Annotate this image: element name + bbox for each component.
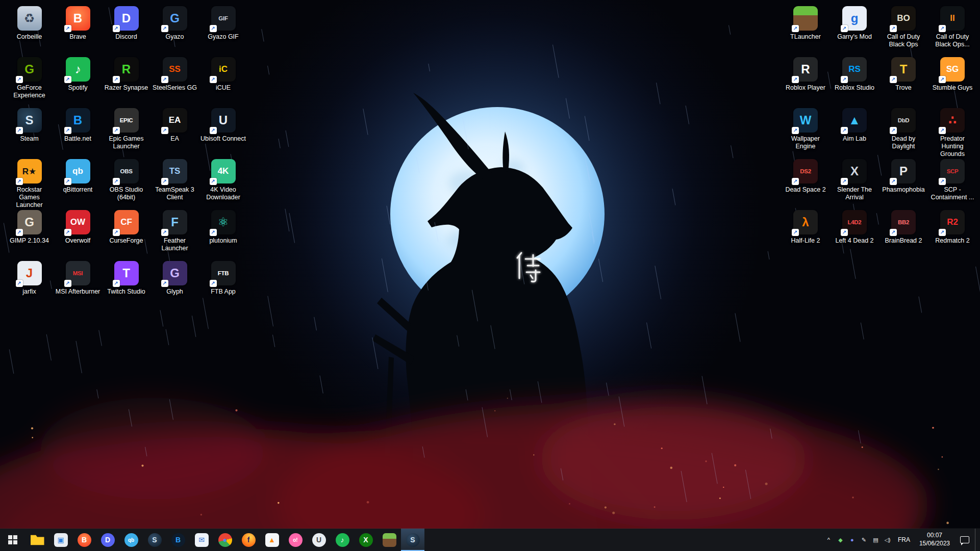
desktop-icon-epic-games-launcher[interactable]: EPIC Epic Games Launcher [102,106,150,157]
taskbar-qbittorrent[interactable]: qb [119,529,143,551]
desktop-icon-roblox-player[interactable]: R Roblox Player [781,55,830,106]
desktop-icon-qbittorrent[interactable]: qb qBittorrent [54,157,102,208]
app-icon-glyph: CF [120,217,132,227]
app-icon-glyph: OW [70,217,85,227]
app-icon-glyph: EA [169,115,181,125]
desktop-icon-4k-video-downloader[interactable]: 4K 4K Video Downloader [199,157,247,208]
desktop-icon-ubisoft-connect[interactable]: U Ubisoft Connect [199,106,247,157]
desktop-icon-plutonium[interactable]: ⚛ plutonium [199,208,247,259]
desktop-icon-slender-the-arrival[interactable]: X Slender The Arrival [830,157,879,208]
app-icon: R2 [940,210,965,234]
desktop-icon-msi-afterburner[interactable]: MSI MSI Afterburner [54,259,102,310]
desktop-icon-phasmophobia[interactable]: P Phasmophobia [879,157,928,208]
taskbar-photos[interactable]: ▣ [49,529,72,551]
desktop-icon-jarfix[interactable]: J jarfix [5,259,54,310]
tray-app-blue[interactable]: ● [846,529,858,551]
app-icon: ⚛ [211,210,236,234]
desktop-icon-trove[interactable]: T Trove [879,55,928,106]
language-indicator[interactable]: FRA [893,529,915,551]
notification-icon [960,536,969,543]
desktop-icon-stumble-guys[interactable]: SG Stumble Guys [928,55,977,106]
taskbar-mail[interactable]: ✉ [190,529,213,551]
desktop-icon-glyph[interactable]: G Glyph [150,259,199,310]
taskbar-steam[interactable]: S [143,529,166,551]
desktop-icon-battle-net[interactable]: B Battle.net [54,106,102,157]
icon-label: MSI Afterburner [56,288,100,296]
desktop-icon-cod-black-ops-2[interactable]: II Call of Duty Black Ops... [928,4,977,55]
taskbar-xbox[interactable]: X [354,529,378,551]
app-icon: F [163,210,187,234]
desktop-icon-recycle-bin[interactable]: ♻ Corbeille [5,4,54,55]
taskbar-app-icon: S [406,533,420,547]
clock[interactable]: 00:07 15/06/2023 [915,532,954,547]
desktop-icon-scp-containment[interactable]: SCP SCP - Containment ... [928,157,977,208]
taskbar-minecraft[interactable] [378,529,401,551]
desktop-icon-wallpaper-engine[interactable]: W Wallpaper Engine [781,106,830,157]
desktop-icon-rockstar-games-launcher[interactable]: R★ Rockstar Games Launcher [5,157,54,208]
app-icon-glyph: SG [946,64,959,74]
app-icon: OBS [114,159,139,183]
taskbar-osu[interactable]: o! [284,529,307,551]
desktop-icon-icue[interactable]: iC iCUE [199,55,247,106]
taskbar-app-glyph: B [82,536,87,544]
taskbar-file-explorer[interactable] [26,529,49,551]
desktop-icon-steam[interactable]: S Steam [5,106,54,157]
desktop-icon-twitch-studio[interactable]: T Twitch Studio [102,259,150,310]
desktop-icon-brainbread-2[interactable]: BB2 BrainBread 2 [879,208,928,259]
app-icon-glyph: F [171,215,179,229]
tray-app-green[interactable]: ◆ [835,529,846,551]
desktop-icon-roblox-studio[interactable]: RS Roblox Studio [830,55,879,106]
start-button[interactable] [0,529,26,551]
desktop-icon-feather-launcher[interactable]: F Feather Launcher [150,208,199,259]
desktop-icon-gyazo-gif[interactable]: GIF Gyazo GIF [199,4,247,55]
desktop-icon-cod-black-ops[interactable]: BO Call of Duty Black Ops [879,4,928,55]
desktop-icon-discord[interactable]: D Discord [102,4,150,55]
desktop-icon-gimp[interactable]: G GIMP 2.10.34 [5,208,54,259]
taskbar-discord[interactable]: D [96,529,119,551]
desktop-icon-predator-hunting-grounds[interactable]: ∴ Predator Hunting Grounds [928,106,977,157]
desktop-icon-gyazo[interactable]: G Gyazo [150,4,199,55]
desktop-icon-curseforge[interactable]: CF CurseForge [102,208,150,259]
app-icon-glyph: II [950,13,954,23]
desktop-icon-redmatch-2[interactable]: R2 Redmatch 2 [928,208,977,259]
taskbar-vlc[interactable]: ▲ [260,529,284,551]
taskbar-chrome[interactable]: ● [213,529,237,551]
tray-volume[interactable]: ◁) [882,529,893,551]
desktop-icon-teamspeak3[interactable]: TS TeamSpeak 3 Client [150,157,199,208]
desktop-icon-razer-synapse[interactable]: R Razer Synapse [102,55,150,106]
taskbar-battle-net[interactable]: B [166,529,190,551]
desktop-icon-ftb-app[interactable]: FTB FTB App [199,259,247,310]
desktop-icon-steelseries-gg[interactable]: SS SteelSeries GG [150,55,199,106]
desktop-icon-aim-lab[interactable]: ▲ Aim Lab [830,106,879,157]
desktop[interactable]: ♻ Corbeille B Brave D Discord [0,0,980,529]
desktop-icon-overwolf[interactable]: OW Overwolf [54,208,102,259]
desktop-icon-dead-by-daylight[interactable]: DbD Dead by Daylight [879,106,928,157]
app-icon: G [17,57,42,82]
desktop-icon-obs-studio[interactable]: OBS OBS Studio (64bit) [102,157,150,208]
desktop-icon-left-4-dead-2[interactable]: L4D2 Left 4 Dead 2 [830,208,879,259]
taskbar-steam-running[interactable]: S [401,529,424,551]
icon-label: Brave [69,33,86,41]
desktop-icon-half-life-2[interactable]: λ Half-Life 2 [781,208,830,259]
desktop-icon-dead-space-2[interactable]: DS2 Dead Space 2 [781,157,830,208]
desktop-icon-tlauncher[interactable]: TLauncher [781,4,830,55]
tray-network[interactable]: ▤ [870,529,882,551]
show-desktop-button[interactable] [975,529,978,551]
desktop-icon-spotify[interactable]: ♪ Spotify [54,55,102,106]
action-center-button[interactable] [954,529,975,551]
taskbar-spotify[interactable]: ♪ [331,529,354,551]
desktop-icon-brave[interactable]: B Brave [54,4,102,55]
app-icon-glyph: qb [72,166,83,176]
desktop-icon-geforce-experience[interactable]: G GeForce Experience [5,55,54,106]
desktop-icon-garrys-mod[interactable]: g Garry's Mod [830,4,879,55]
icon-label: 4K Video Downloader [200,186,247,201]
taskbar-firefox[interactable]: f [237,529,260,551]
taskbar-brave[interactable]: B [72,529,96,551]
hidden-icons-chevron[interactable]: ^ [823,529,835,551]
taskbar-ubisoft-connect[interactable]: U [307,529,331,551]
desktop-icon-ea[interactable]: EA EA [150,106,199,157]
taskbar-app-icon [31,533,44,547]
app-icon: ♻ [17,6,42,31]
tray-pen-input[interactable]: ✎ [858,529,870,551]
icon-label: SCP - Containment ... [929,186,976,201]
